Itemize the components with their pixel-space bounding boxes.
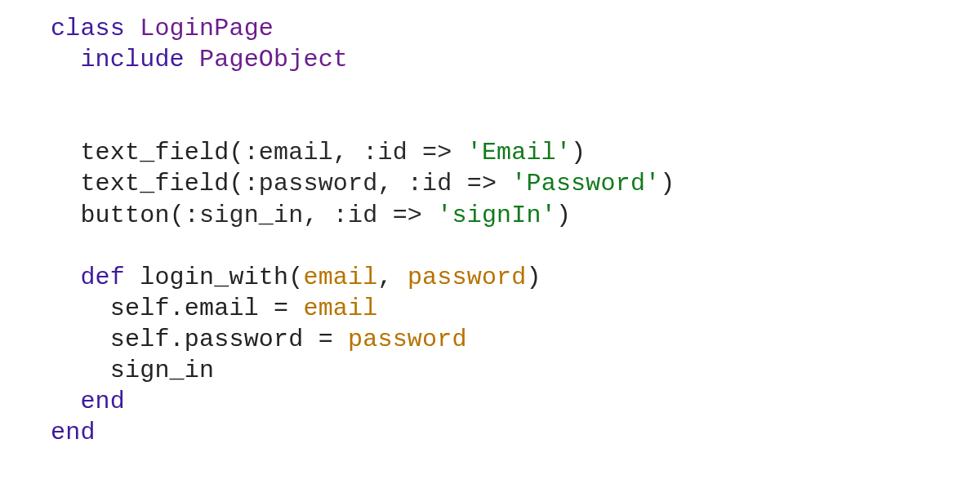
symbol: :email [244,139,333,166]
keyword-class: class [51,15,125,42]
method-call: text_field [80,170,229,197]
symbol: :id [408,170,452,197]
code-line: self.password = password [51,326,467,353]
method-call: button [80,202,169,229]
param: password [408,264,527,291]
code-line: text_field(:password, :id => 'Password') [51,170,675,197]
keyword-def: def [80,264,125,291]
lhs: self.email [110,295,259,322]
symbol: :sign_in [185,202,304,229]
method-name: login_with [140,264,288,291]
code-line: end [51,388,125,415]
rhs: password [348,326,467,353]
symbol: :id [363,139,408,166]
hashrocket: => [393,202,422,229]
lhs: self.password [110,326,304,353]
code-line: class LoginPage [51,15,274,42]
equals: = [318,326,333,353]
rhs: email [303,295,377,322]
code-line: button(:sign_in, :id => 'signIn') [51,202,571,229]
code-line: self.email = email [51,295,377,322]
code-line: include PageObject [51,46,348,73]
equals: = [274,295,288,322]
code-line: end [51,419,96,446]
keyword-end: end [80,388,125,415]
string-literal: 'signIn' [437,202,556,229]
code-block: class LoginPage include PageObject text_… [0,0,980,448]
param: email [303,264,377,291]
string-literal: 'Email' [467,139,571,166]
class-name: LoginPage [140,15,274,42]
method-call: text_field [80,139,229,166]
hashrocket: => [467,170,497,197]
keyword-include: include [80,46,184,73]
hashrocket: => [422,139,452,166]
method-call: sign_in [110,357,214,384]
code-line: def login_with(email, password) [51,264,541,291]
code-line: sign_in [51,357,214,384]
symbol: :password [244,170,378,197]
string-literal: 'Password' [511,170,660,197]
keyword-end: end [51,419,96,446]
module-name: PageObject [199,46,348,73]
symbol: :id [333,202,378,229]
code-line: text_field(:email, :id => 'Email') [51,139,586,166]
